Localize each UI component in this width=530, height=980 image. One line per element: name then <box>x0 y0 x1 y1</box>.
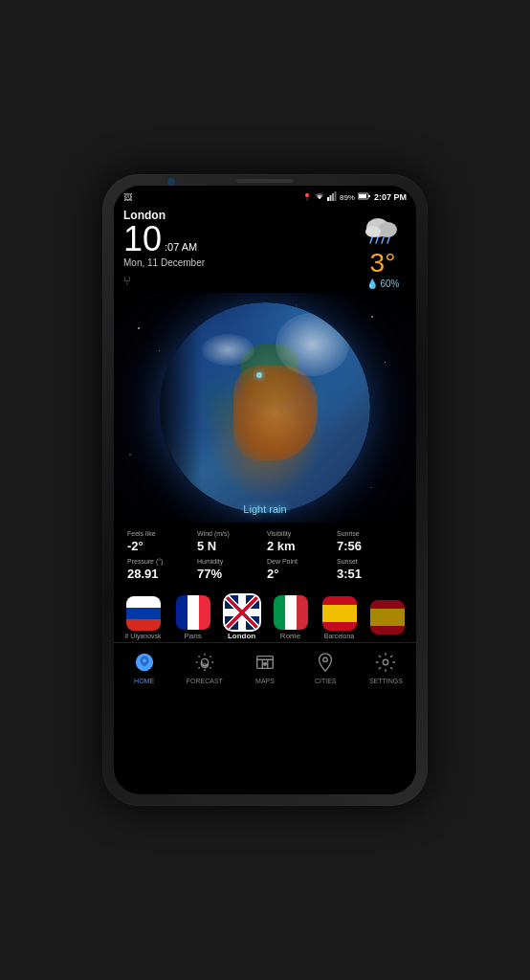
svg-point-9 <box>365 226 381 237</box>
svg-line-13 <box>387 237 389 243</box>
svg-line-12 <box>382 237 384 243</box>
share-area: ⑂ <box>123 272 205 289</box>
weather-header: London 10 :07 AM Mon, 11 December ⑂ <box>114 205 416 293</box>
earth-globe <box>160 302 370 513</box>
location-time: London 10 :07 AM Mon, 11 December ⑂ <box>123 209 205 289</box>
svg-rect-2 <box>332 193 334 201</box>
nav-cities-label: CITIES <box>315 678 337 684</box>
bottom-nav: HOME FORECAST <box>114 642 416 688</box>
feels-like-value: -2° <box>127 539 144 553</box>
temperature-display: 3° <box>359 248 407 278</box>
svg-rect-5 <box>359 194 366 198</box>
phone-device: 🖼 📍 <box>102 174 428 806</box>
share-icon[interactable]: ⑂ <box>123 274 131 288</box>
visibility-label: Visibility <box>267 530 333 537</box>
flag-russia <box>126 596 161 631</box>
weather-icon <box>359 211 407 248</box>
visibility-value: 2 km <box>267 539 296 553</box>
nav-forecast[interactable]: FORECAST <box>174 649 234 684</box>
svg-point-18 <box>264 662 267 665</box>
date-display: Mon, 11 December <box>123 257 205 268</box>
speaker <box>236 179 294 183</box>
status-time: 2:07 PM <box>374 192 407 202</box>
nav-settings-label: SETTINGS <box>369 678 403 684</box>
city-rome-label: Rome <box>280 632 300 640</box>
globe-container: Light rain <box>114 293 416 523</box>
svg-line-10 <box>370 237 372 243</box>
settings-icon <box>372 649 399 676</box>
battery-percent: 89% <box>340 193 355 202</box>
flag-france <box>176 595 210 630</box>
humidity-label: Humidity <box>197 558 263 565</box>
svg-line-11 <box>376 237 378 243</box>
flag-extra <box>370 600 405 635</box>
feels-like: Feels like -2° <box>127 530 193 554</box>
svg-rect-3 <box>334 191 336 201</box>
phone-screen: 🖼 📍 <box>114 186 416 794</box>
cities-icon <box>312 649 339 676</box>
nav-forecast-label: FORECAST <box>187 678 223 684</box>
feels-like-label: Feels like <box>127 530 193 537</box>
nav-home-label: HOME <box>134 678 154 684</box>
dew-point-label: Dew Point <box>267 558 333 565</box>
humidity-value: 77% <box>197 567 222 581</box>
camera <box>167 178 175 186</box>
location-icon: 📍 <box>302 193 312 202</box>
wifi-icon <box>315 191 324 203</box>
flag-spain-barcelona <box>322 596 357 631</box>
globe-atmosphere <box>160 302 370 513</box>
dew-point-value: 2° <box>267 567 278 581</box>
wind: Wind (m/s) 5 N <box>197 530 263 554</box>
city-barcelona[interactable]: Barcelona <box>322 596 357 639</box>
status-left: 🖼 <box>123 192 132 202</box>
signal-icon <box>327 191 337 203</box>
pressure: Pressure (°) 28.91 <box>127 558 193 582</box>
battery-icon <box>358 192 371 202</box>
svg-rect-6 <box>368 195 370 197</box>
sunrise-label: Sunrise <box>337 530 403 537</box>
city-london-label: London <box>228 632 255 640</box>
time-display: 10 :07 AM <box>123 222 205 256</box>
svg-rect-0 <box>327 197 329 201</box>
image-icon: 🖼 <box>123 192 132 202</box>
city-paris-label: Paris <box>184 632 201 640</box>
precipitation: 💧 60% <box>359 278 407 289</box>
city-barcelona-label: Barcelona <box>324 633 355 639</box>
nav-settings[interactable]: SETTINGS <box>356 649 416 684</box>
pressure-value: 28.91 <box>127 567 159 581</box>
sunrise: Sunrise 7:56 <box>337 530 403 554</box>
sunset: Sunset 3:51 <box>337 558 403 582</box>
nav-maps-label: MAPS <box>255 678 275 684</box>
city-rome[interactable]: Rome <box>274 595 308 640</box>
flag-italy <box>274 595 308 630</box>
city-ulyanovsk-label: # Ulyanovsk <box>124 633 161 639</box>
city-london[interactable]: London <box>225 595 259 640</box>
status-bar: 🖼 📍 <box>114 186 416 205</box>
pressure-label: Pressure (°) <box>127 558 193 565</box>
screen-content: 🖼 📍 <box>114 186 416 794</box>
nav-cities[interactable]: CITIES <box>296 649 356 684</box>
weather-right: 3° 💧 60% <box>359 209 407 289</box>
visibility: Visibility 2 km <box>267 530 333 554</box>
city-ulyanovsk[interactable]: # Ulyanovsk <box>124 596 161 639</box>
maps-icon <box>252 649 278 676</box>
svg-point-19 <box>323 657 328 662</box>
sunrise-value: 7:56 <box>337 539 362 553</box>
home-icon <box>131 649 158 676</box>
status-right: 📍 <box>302 191 407 203</box>
nav-home[interactable]: HOME <box>114 649 174 684</box>
svg-point-20 <box>384 659 389 665</box>
time-hour: 10 <box>123 222 162 256</box>
svg-rect-1 <box>329 195 331 201</box>
city-paris[interactable]: Paris <box>176 595 210 640</box>
wind-label: Wind (m/s) <box>197 530 263 537</box>
time-minutes: :07 AM <box>165 241 197 253</box>
forecast-icon <box>191 649 218 676</box>
svg-point-15 <box>143 658 146 662</box>
sunset-value: 3:51 <box>337 567 362 581</box>
wind-value: 5 N <box>197 539 216 553</box>
city-extra[interactable] <box>370 600 405 636</box>
nav-maps[interactable]: MAPS <box>234 649 295 684</box>
dew-point: Dew Point 2° <box>267 558 333 582</box>
sunset-label: Sunset <box>337 558 403 565</box>
